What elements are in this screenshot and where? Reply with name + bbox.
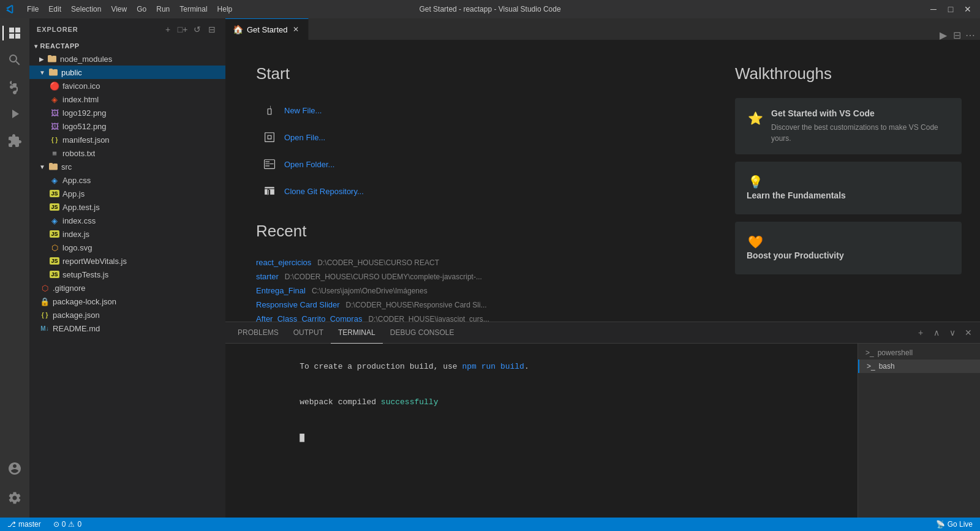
recent-item-path: D:\CODER_HOUSE\CURSO UDEMY\complete-java…	[285, 273, 482, 281]
get-started-tab-icon: 🏠	[233, 24, 243, 34]
menu-selection[interactable]: Selection	[66, 2, 106, 16]
menu-edit[interactable]: Edit	[43, 2, 66, 16]
start-item-3[interactable]: Clone Git Repository...	[256, 179, 686, 203]
walkthrough-title-get-started-vscode: Get Started with VS Code	[771, 108, 950, 118]
start-item-0[interactable]: New File...	[256, 98, 686, 122]
tree-item-logo_svg[interactable]: ⬡logo.svg	[29, 241, 225, 254]
walkthrough-title-learn-fundamentals: Learn the Fundamentals	[747, 190, 950, 200]
tree-item-manifest[interactable]: { }manifest.json	[29, 133, 225, 146]
play-button[interactable]: ▶	[938, 30, 948, 40]
branch-icon: ⎇	[7, 520, 16, 529]
terminal-close-button[interactable]: ✕	[962, 326, 975, 339]
menu-run[interactable]: Run	[151, 2, 175, 16]
menu-terminal[interactable]: Terminal	[175, 2, 212, 16]
tab-get-started[interactable]: 🏠 Get Started ✕	[225, 18, 309, 40]
terminal-tab-terminal[interactable]: TERMINAL	[331, 322, 383, 344]
start-item-label-1: Open File...	[284, 133, 325, 142]
new-folder-button[interactable]: □+	[176, 23, 189, 36]
terminal-maximize-button[interactable]: ∧	[930, 326, 943, 339]
terminal-line-2: webpack compiled successfully	[233, 385, 850, 421]
terminal-tab-bar: PROBLEMS OUTPUT TERMINAL DEBUG CONSOLE +…	[225, 322, 980, 344]
tree-item-name: index.css	[62, 216, 96, 225]
menu-go[interactable]: Go	[132, 2, 151, 16]
recent-item-1[interactable]: starterD:\CODER_HOUSE\CURSO UDEMY\comple…	[256, 269, 686, 284]
split-editor-button[interactable]: ⊟	[952, 30, 962, 40]
terminal-shell-bash[interactable]: >_ bash	[858, 360, 980, 373]
recent-item-name: After_Class_Carrito_Compras	[256, 314, 362, 322]
terminal-minimize-button[interactable]: ∨	[946, 326, 959, 339]
tree-item-index_html[interactable]: ◈index.html	[29, 92, 225, 106]
tree-item-robots[interactable]: ≡robots.txt	[29, 146, 225, 160]
menu-file[interactable]: File	[22, 2, 43, 16]
tree-item-node_modules[interactable]: ▶node_modules	[29, 52, 225, 66]
tab-bar: 🏠 Get Started ✕ ▶ ⊟ ⋯	[225, 18, 980, 40]
activity-source-control[interactable]	[2, 75, 27, 99]
activity-settings[interactable]	[2, 486, 27, 510]
tree-item-readme[interactable]: M↓README.md	[29, 322, 225, 335]
maximize-button[interactable]: □	[943, 2, 958, 17]
tree-item-App_js[interactable]: JSApp.js	[29, 187, 225, 200]
recent-item-4[interactable]: After_Class_Carrito_ComprasD:\CODER_HOUS…	[256, 312, 686, 322]
activity-extensions[interactable]	[2, 129, 27, 153]
activity-explorer[interactable]	[2, 21, 27, 45]
tree-item-src[interactable]: ▼src	[29, 160, 225, 173]
tree-item-logo192[interactable]: 🖼logo192.png	[29, 106, 225, 119]
start-item-label-2: Open Folder...	[284, 160, 334, 169]
close-button[interactable]: ✕	[960, 2, 975, 17]
tree-section-reactapp[interactable]: ▾ REACTAPP	[29, 40, 225, 52]
tree-item-package_json[interactable]: { }package.json	[29, 308, 225, 322]
tree-item-App_test[interactable]: JSApp.test.js	[29, 200, 225, 214]
start-item-1[interactable]: Open File...	[256, 125, 686, 149]
start-title: Start	[256, 64, 686, 83]
tree-item-App_css[interactable]: ◈App.css	[29, 173, 225, 187]
walkthrough-card-boost-productivity[interactable]: 🧡Boost your Productivity	[735, 222, 962, 274]
tree-item-public[interactable]: ▼public	[29, 66, 225, 79]
tree-item-gitignore[interactable]: ⬡.gitignore	[29, 281, 225, 295]
go-live-button[interactable]: 📡 Go Live	[933, 520, 975, 529]
walkthrough-card-get-started-vscode[interactable]: ⭐Get Started with VS CodeDiscover the be…	[735, 98, 962, 154]
minimize-button[interactable]: ─	[926, 2, 941, 17]
terminal-tab-problems[interactable]: PROBLEMS	[230, 322, 286, 344]
sidebar-title: EXPLORER	[37, 26, 78, 33]
tab-close-button[interactable]: ✕	[291, 24, 301, 34]
add-terminal-button[interactable]: +	[914, 326, 927, 339]
activity-run-debug[interactable]	[2, 102, 27, 126]
tree-item-name: package-lock.json	[53, 297, 116, 306]
recent-item-3[interactable]: Responsive Card SliderD:\CODER_HOUSE\Res…	[256, 298, 686, 312]
chevron-down-icon: ▼	[39, 164, 45, 170]
tree-item-package_lock[interactable]: 🔒package-lock.json	[29, 295, 225, 308]
start-items: New File...Open File...Open Folder...Clo…	[256, 98, 686, 203]
refresh-button[interactable]: ↺	[191, 23, 203, 36]
tree-item-index_css[interactable]: ◈index.css	[29, 214, 225, 227]
title-bar-controls: ─ □ ✕	[926, 2, 975, 17]
terminal-output[interactable]: To create a production build, use npm ru…	[225, 344, 858, 518]
activity-search[interactable]	[2, 48, 27, 72]
tree-item-reportWebVitals[interactable]: JSreportWebVitals.js	[29, 254, 225, 268]
recent-item-path: D:\CODER_HOUSE\CURSO REACT	[317, 258, 439, 267]
tree-item-name: logo192.png	[62, 108, 107, 118]
tree-item-logo512[interactable]: 🖼logo512.png	[29, 119, 225, 133]
tree-item-favicon[interactable]: 🔴favicon.ico	[29, 79, 225, 92]
sidebar-content[interactable]: ▾ REACTAPP ▶node_modules▼public🔴favicon.…	[29, 40, 225, 518]
warning-count: 0	[77, 520, 81, 529]
walkthrough-card-learn-fundamentals[interactable]: 💡Learn the Fundamentals	[735, 162, 962, 214]
tree-item-name: README.md	[53, 324, 100, 333]
start-item-2[interactable]: Open Folder...	[256, 152, 686, 176]
new-file-button[interactable]: +	[162, 23, 174, 36]
collapse-all-button[interactable]: ⊟	[206, 23, 218, 36]
activity-accounts[interactable]	[2, 456, 27, 481]
start-section: Start New File...Open File...Open Folder…	[225, 40, 717, 322]
more-actions-button[interactable]: ⋯	[965, 30, 975, 40]
terminal-shell-powershell[interactable]: >_ powershell	[858, 346, 980, 360]
tree-item-setupTests[interactable]: JSsetupTests.js	[29, 268, 225, 281]
errors-status[interactable]: ⊙ 0 ⚠ 0	[51, 520, 84, 529]
recent-item-2[interactable]: Entrega_FinalC:\Users\jajom\OneDrive\Imá…	[256, 284, 686, 298]
recent-item-0[interactable]: react_ejerciciosD:\CODER_HOUSE\CURSO REA…	[256, 255, 686, 269]
terminal-tab-output[interactable]: OUTPUT	[286, 322, 331, 344]
terminal-tab-debug[interactable]: DEBUG CONSOLE	[383, 322, 462, 344]
tree-item-index_js[interactable]: JSindex.js	[29, 227, 225, 241]
start-item-icon-1	[261, 129, 278, 146]
branch-status[interactable]: ⎇ master	[5, 520, 43, 529]
menu-help[interactable]: Help	[213, 2, 238, 16]
menu-view[interactable]: View	[106, 2, 132, 16]
